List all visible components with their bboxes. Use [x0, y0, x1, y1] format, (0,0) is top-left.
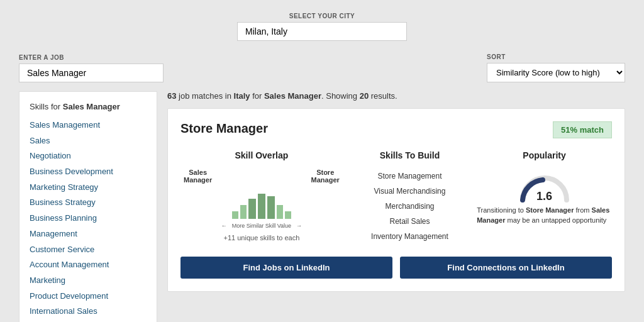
- right-job-label: StoreManager: [311, 169, 340, 184]
- axis-text: More Similar Skill Value: [232, 223, 291, 229]
- results-area: 63 job matches in Italy for Sales Manage…: [167, 91, 625, 322]
- find-connections-button[interactable]: Find Connections on LinkedIn: [400, 257, 612, 279]
- bar: [267, 196, 275, 219]
- skill-overlap-header: Skill Overlap: [180, 150, 343, 161]
- job-input[interactable]: [19, 64, 164, 82]
- gauge-value: 1.6: [516, 190, 573, 203]
- skill-item[interactable]: Business Planning: [30, 211, 147, 226]
- popularity-text: Transitioning to Store Manager from Sale…: [477, 206, 612, 225]
- skill-item[interactable]: Business Development: [30, 164, 147, 180]
- card-buttons: Find Jobs on LinkedIn Find Connections o…: [180, 257, 612, 279]
- skill-to-build: Retail Sales: [349, 214, 470, 229]
- bar: [277, 205, 283, 219]
- bar: [232, 211, 238, 219]
- skill-item[interactable]: Sales Management: [30, 118, 147, 133]
- skill-item[interactable]: Strategic Planning: [30, 319, 147, 322]
- skill-item[interactable]: Marketing Strategy: [30, 180, 147, 196]
- overlap-bars: [232, 187, 291, 219]
- skill-item[interactable]: Sales: [30, 133, 147, 149]
- skill-overlap-col: Skill Overlap SalesManager StoreManager: [180, 150, 343, 244]
- skills-to-build-header: Skills To Build: [349, 150, 470, 161]
- skill-item[interactable]: Negotiation: [30, 148, 147, 164]
- skill-item[interactable]: Business Strategy: [30, 195, 147, 211]
- card-title: Store Manager: [180, 121, 268, 136]
- match-badge: 51% match: [553, 121, 612, 138]
- skill-to-build: Visual Merchandising: [349, 184, 470, 199]
- skills-to-build-col: Skills To Build Store Management Visual …: [349, 150, 470, 244]
- left-job-label: SalesManager: [184, 169, 212, 184]
- skill-item[interactable]: Product Development: [30, 289, 147, 304]
- skills-list: Sales Management Sales Negotiation Busin…: [30, 118, 147, 322]
- city-input[interactable]: [237, 22, 407, 41]
- sort-label: SORT: [487, 53, 625, 60]
- skill-to-build: Store Management: [349, 169, 470, 184]
- bar: [248, 199, 256, 219]
- bar: [258, 194, 265, 219]
- bar: [240, 205, 247, 219]
- skill-item[interactable]: Account Management: [30, 257, 147, 273]
- results-summary: 63 job matches in Italy for Sales Manage…: [167, 91, 625, 101]
- sidebar-title: Skills for Sales Manager: [30, 102, 147, 111]
- skills-sidebar: Skills for Sales Manager Sales Managemen…: [19, 91, 157, 322]
- skill-item[interactable]: Management: [30, 226, 147, 242]
- skills-to-build-list: Store Management Visual Merchandising Me…: [349, 169, 470, 244]
- popularity-col: Popularity 1.6: [477, 150, 612, 244]
- skill-item[interactable]: Marketing: [30, 273, 147, 289]
- skill-to-build: Merchandising: [349, 199, 470, 214]
- overlap-labels: SalesManager StoreManager: [180, 169, 343, 184]
- popularity-header: Popularity: [477, 150, 612, 161]
- overlap-axis: ← More Similar Skill Value →: [221, 223, 302, 229]
- bar: [285, 211, 291, 219]
- skill-item[interactable]: International Sales: [30, 304, 147, 319]
- popularity-gauge: 1.6 Transitioning to Store Manager from …: [477, 169, 612, 225]
- city-label: SELECT YOUR CITY: [289, 13, 355, 19]
- job-card: Store Manager 51% match Skill Overlap Sa…: [167, 108, 625, 292]
- skill-item[interactable]: Customer Service: [30, 242, 147, 258]
- sort-select[interactable]: Similarity Score (low to high) Similarit…: [487, 63, 625, 82]
- job-label: ENTER A JOB: [19, 54, 164, 61]
- skill-to-build: Inventory Management: [349, 229, 470, 244]
- axis-arrow-right: →: [296, 223, 302, 229]
- find-jobs-button[interactable]: Find Jobs on LinkedIn: [180, 257, 392, 279]
- unique-skills-label: +11 unique skills to each: [224, 234, 300, 242]
- axis-arrow-left: ←: [221, 223, 227, 229]
